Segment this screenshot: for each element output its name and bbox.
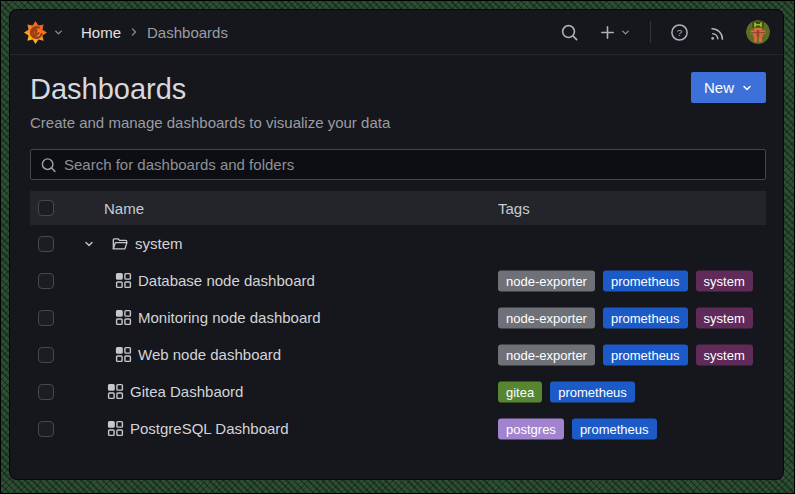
tag-badge[interactable]: system [696, 307, 753, 328]
breadcrumb: Home Dashboards [81, 24, 228, 41]
row-checkbox[interactable] [38, 384, 54, 400]
tag-list: giteaprometheus [498, 381, 635, 402]
breadcrumb-home[interactable]: Home [81, 24, 121, 41]
tag-badge[interactable]: prometheus [603, 270, 688, 291]
row-checkbox[interactable] [38, 310, 54, 326]
table-row[interactable]: Web node dashboardnode-exporterprometheu… [30, 336, 766, 373]
grafana-window: Home Dashboards ? [10, 10, 783, 479]
grafana-logo-icon [23, 20, 48, 45]
tag-badge[interactable]: gitea [498, 381, 542, 402]
breadcrumb-dashboards[interactable]: Dashboards [147, 24, 228, 41]
select-all-checkbox[interactable] [38, 200, 54, 216]
folder-open-icon [111, 236, 129, 252]
page-subtitle: Create and manage dashboards to visualiz… [30, 114, 390, 131]
tag-badge[interactable]: node-exporter [498, 344, 595, 365]
dashboard-grid-icon [107, 383, 124, 400]
dashboard-name[interactable]: Monitoring node dashboard [138, 309, 321, 326]
help-icon[interactable]: ? [670, 23, 689, 42]
tag-list: node-exporterprometheussystem [498, 307, 753, 328]
tag-badge[interactable]: node-exporter [498, 307, 595, 328]
tag-badge[interactable]: system [696, 270, 753, 291]
dashboard-grid-icon [115, 346, 132, 363]
dashboard-list: systemDatabase node dashboardnode-export… [30, 225, 766, 447]
row-checkbox[interactable] [38, 273, 54, 289]
tag-list: node-exporterprometheussystem [498, 344, 753, 365]
folder-name[interactable]: system [135, 235, 183, 252]
tag-badge[interactable]: system [696, 344, 753, 365]
chevron-down-icon [620, 27, 631, 38]
dashboard-name[interactable]: Database node dashboard [138, 272, 315, 289]
tag-badge[interactable]: prometheus [572, 418, 657, 439]
svg-text:?: ? [677, 27, 683, 38]
chevron-down-icon [53, 27, 64, 38]
tag-badge[interactable]: prometheus [603, 344, 688, 365]
dashboard-name[interactable]: Gitea Dashbaord [130, 383, 243, 400]
column-tags: Tags [498, 200, 530, 217]
table-row[interactable]: PostgreSQL Dashboardpostgresprometheus [30, 410, 766, 447]
tag-badge[interactable]: prometheus [550, 381, 635, 402]
row-checkbox[interactable] [38, 421, 54, 437]
tag-list: node-exporterprometheussystem [498, 270, 753, 291]
row-checkbox[interactable] [38, 236, 54, 252]
search-icon[interactable] [560, 23, 579, 42]
tag-badge[interactable]: prometheus [603, 307, 688, 328]
chevron-right-icon [128, 26, 140, 38]
table-header: Name Tags [30, 191, 766, 225]
new-menu-button[interactable] [598, 23, 631, 42]
dashboard-grid-icon [115, 309, 132, 326]
column-name: Name [104, 200, 144, 217]
table-row[interactable]: Gitea Dashbaordgiteaprometheus [30, 373, 766, 410]
folder-row[interactable]: system [30, 225, 766, 262]
row-checkbox[interactable] [38, 347, 54, 363]
navbar-actions: ? [560, 20, 770, 44]
new-button[interactable]: New [691, 72, 766, 103]
dashboard-name[interactable]: PostgreSQL Dashboard [130, 420, 289, 437]
dashboard-name[interactable]: Web node dashboard [138, 346, 281, 363]
navbar-divider [650, 21, 651, 43]
tag-badge[interactable]: postgres [498, 418, 564, 439]
news-icon[interactable] [708, 23, 727, 42]
dashboard-grid-icon [107, 420, 124, 437]
page-content: Dashboards Create and manage dashboards … [10, 72, 783, 447]
table-row[interactable]: Database node dashboardnode-exporterprom… [30, 262, 766, 299]
new-button-label: New [704, 79, 734, 96]
page-title: Dashboards [30, 72, 390, 106]
tag-list: postgresprometheus [498, 418, 657, 439]
chevron-down-icon[interactable] [83, 238, 95, 250]
table-row[interactable]: Monitoring node dashboardnode-exporterpr… [30, 299, 766, 336]
top-navbar: Home Dashboards ? [10, 10, 783, 55]
search-input[interactable] [30, 149, 766, 180]
dashboard-grid-icon [115, 272, 132, 289]
tag-badge[interactable]: node-exporter [498, 270, 595, 291]
profile-avatar[interactable] [746, 20, 770, 44]
chevron-down-icon [741, 82, 753, 94]
dashboard-search [30, 149, 766, 180]
search-icon [40, 156, 57, 173]
plus-icon [598, 23, 617, 42]
mega-menu-toggle[interactable] [23, 20, 64, 45]
